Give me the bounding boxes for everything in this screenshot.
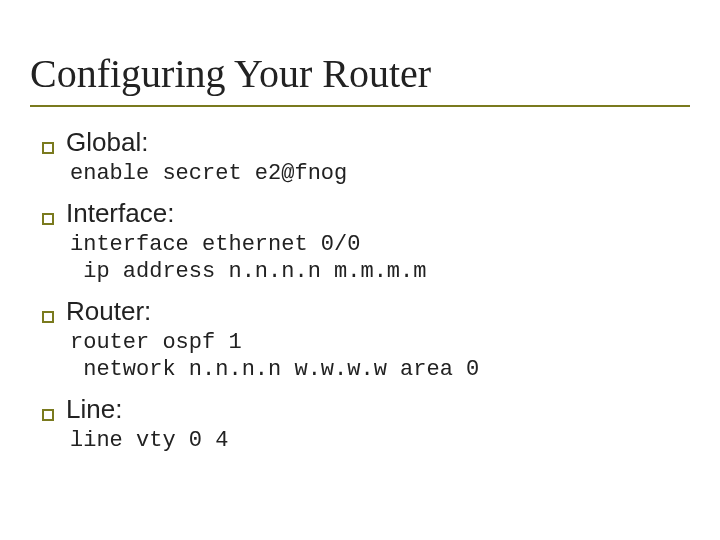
- section-interface: Interface: interface ethernet 0/0 ip add…: [30, 198, 690, 286]
- square-bullet-icon: [42, 213, 54, 225]
- section-head: Line:: [42, 394, 690, 425]
- section-label: Line:: [66, 394, 122, 425]
- section-code: enable secret e2@fnog: [70, 160, 690, 188]
- section-code: line vty 0 4: [70, 427, 690, 455]
- section-label: Global:: [66, 127, 148, 158]
- title-underline: [30, 105, 690, 107]
- section-head: Interface:: [42, 198, 690, 229]
- slide: Configuring Your Router Global: enable s…: [0, 0, 720, 540]
- square-bullet-icon: [42, 311, 54, 323]
- square-bullet-icon: [42, 142, 54, 154]
- section-code: interface ethernet 0/0 ip address n.n.n.…: [70, 231, 690, 286]
- slide-title: Configuring Your Router: [30, 50, 690, 97]
- section-head: Global:: [42, 127, 690, 158]
- section-global: Global: enable secret e2@fnog: [30, 127, 690, 188]
- section-line: Line: line vty 0 4: [30, 394, 690, 455]
- section-code: router ospf 1 network n.n.n.n w.w.w.w ar…: [70, 329, 690, 384]
- section-label: Router:: [66, 296, 151, 327]
- section-label: Interface:: [66, 198, 174, 229]
- square-bullet-icon: [42, 409, 54, 421]
- section-router: Router: router ospf 1 network n.n.n.n w.…: [30, 296, 690, 384]
- section-head: Router:: [42, 296, 690, 327]
